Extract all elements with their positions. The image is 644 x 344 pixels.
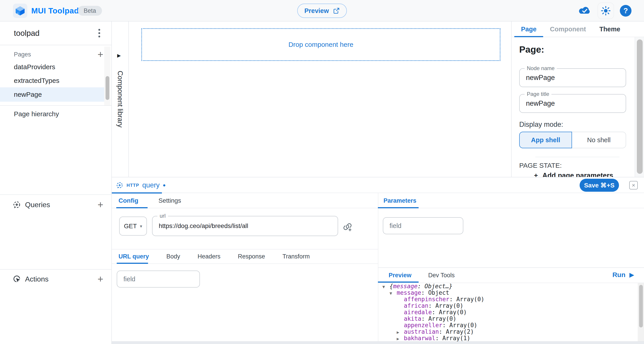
method-value: GET: [124, 223, 137, 230]
tab-url-query[interactable]: URL query: [118, 250, 149, 263]
url-query-input[interactable]: [117, 271, 200, 287]
active-tab-underline: [378, 207, 418, 208]
tab-preview[interactable]: Preview: [389, 268, 412, 283]
json-segment: : Array(1): [435, 335, 470, 341]
active-tab-underline: [117, 263, 148, 264]
beta-badge: Beta: [78, 6, 102, 16]
project-menu-button[interactable]: [96, 27, 102, 40]
add-page-parameters-button[interactable]: + Add page parameters: [534, 171, 613, 177]
json-tree-row: african: Array(0): [378, 303, 638, 309]
url-label: url: [158, 213, 168, 219]
toggle-no-shell[interactable]: No shell: [572, 132, 626, 148]
close-icon: ×: [632, 182, 635, 189]
inspector-heading: Page:: [519, 44, 544, 55]
active-tab-underline: [378, 281, 418, 283]
mui-toolpad-app: MUI Toolpad Beta Preview: [0, 0, 644, 344]
help-icon: ?: [624, 7, 628, 15]
page-item-label: newPage: [14, 91, 42, 98]
actions-label: Actions: [25, 275, 94, 283]
node-name-input[interactable]: [520, 69, 626, 87]
result-tabs-row: Preview Dev Tools Run ▶: [378, 267, 644, 283]
save-button[interactable]: Save ⌘+S: [580, 179, 619, 192]
tab-response[interactable]: Response: [238, 250, 265, 263]
drop-zone[interactable]: Drop component here: [141, 28, 500, 61]
pages-header-label: Pages: [14, 51, 98, 58]
parameters-field: [383, 217, 463, 234]
json-segment: : Array(0): [421, 315, 456, 322]
sidebar-item-newPage[interactable]: newPage: [0, 87, 105, 102]
tab-body[interactable]: Body: [166, 250, 180, 263]
tab-page[interactable]: Page: [514, 22, 543, 37]
json-segment: {: [390, 283, 393, 290]
app-title: MUI Toolpad: [31, 0, 79, 22]
add-action-button[interactable]: +: [98, 275, 103, 283]
play-icon: ▶: [630, 271, 634, 278]
tab-transform[interactable]: Transform: [282, 250, 310, 263]
tab-theme[interactable]: Theme: [592, 22, 627, 37]
close-query-editor-button[interactable]: ×: [629, 181, 638, 190]
pages-section-header: Pages +: [0, 48, 111, 61]
tab-component[interactable]: Component: [543, 22, 592, 37]
tree-toggle-icon[interactable]: ▶: [397, 329, 404, 335]
mui-toolpad-logo[interactable]: [13, 4, 27, 18]
page-canvas: Drop component here: [129, 22, 512, 177]
method-select[interactable]: GET ▾: [119, 217, 147, 236]
cloud-saved-icon: [578, 6, 592, 16]
preview-button[interactable]: Preview: [297, 4, 347, 18]
bind-url-button[interactable]: [342, 221, 353, 232]
project-name: toolpad: [14, 29, 96, 38]
display-mode-toggle: App shell No shell: [519, 132, 626, 148]
tab-headers[interactable]: Headers: [198, 250, 220, 263]
add-query-button[interactable]: +: [98, 200, 103, 209]
response-json-tree[interactable]: ▼{message: Object…}▼message: Objectaffen…: [378, 283, 638, 342]
theme-toggle-button[interactable]: [598, 3, 614, 19]
parameters-input[interactable]: [383, 218, 463, 234]
page-item-label: dataProviders: [14, 63, 55, 71]
add-page-parameters-label: Add page parameters: [542, 171, 613, 177]
page-title-label: Page title: [524, 91, 552, 97]
url-input[interactable]: [152, 216, 338, 236]
pages-scrollbar-thumb[interactable]: [106, 76, 109, 100]
left-sidebar: toolpad Pages + dataProviders extractedT…: [0, 22, 112, 344]
inspector-scrollbar-thumb[interactable]: [637, 39, 643, 174]
json-scrollbar-thumb[interactable]: [639, 285, 643, 327]
add-page-button[interactable]: +: [98, 50, 103, 59]
queries-section-header: Queries +: [0, 196, 111, 213]
tab-http-query[interactable]: HTTP query ●: [112, 177, 162, 193]
page-item-label: extractedTypes: [14, 77, 59, 84]
node-name-field: Node name: [519, 68, 626, 87]
page-hierarchy-item[interactable]: Page hierarchy: [0, 107, 111, 121]
run-button[interactable]: Run ▶: [612, 271, 634, 279]
page-state-label: PAGE STATE:: [519, 162, 562, 169]
tab-dev-tools[interactable]: Dev Tools: [428, 268, 454, 283]
json-tree-row: ▶australian: Array(2): [378, 328, 638, 335]
page-title-input[interactable]: [520, 94, 626, 112]
json-segment: airedale: [404, 309, 432, 315]
divider: [535, 157, 620, 157]
inspector-scrollbar-track[interactable]: [634, 37, 644, 177]
json-segment: : Array(0): [432, 309, 467, 315]
tab-parameters[interactable]: Parameters: [384, 194, 416, 208]
tab-config[interactable]: Config: [118, 194, 138, 208]
sidebar-item-dataProviders[interactable]: dataProviders: [0, 60, 105, 74]
query-name-label: query: [142, 181, 160, 189]
tree-toggle-icon[interactable]: ▶: [397, 335, 404, 342]
component-library-panel[interactable]: ▶ Component library: [112, 22, 129, 177]
inspector-panel: Page Component Theme Page: Node name Pag…: [512, 22, 644, 177]
json-segment: : Object…}: [418, 283, 452, 290]
tree-toggle-icon[interactable]: ▼: [382, 283, 390, 290]
divider: [0, 105, 111, 106]
json-segment: akita: [404, 315, 421, 322]
json-tree-row: affenpinscher: Array(0): [378, 296, 638, 303]
tree-toggle-icon[interactable]: ▼: [390, 290, 397, 296]
node-name-label: Node name: [524, 65, 557, 71]
sidebar-item-extractedTypes[interactable]: extractedTypes: [0, 74, 105, 87]
actions-icon: [12, 275, 21, 283]
toggle-app-shell[interactable]: App shell: [519, 132, 572, 148]
help-button[interactable]: ?: [620, 5, 632, 17]
plus-icon: +: [534, 171, 538, 177]
query-icon: [116, 182, 124, 189]
tab-settings[interactable]: Settings: [158, 194, 181, 208]
queries-label: Queries: [25, 201, 94, 209]
expand-library-arrow-icon[interactable]: ▶: [117, 53, 121, 58]
